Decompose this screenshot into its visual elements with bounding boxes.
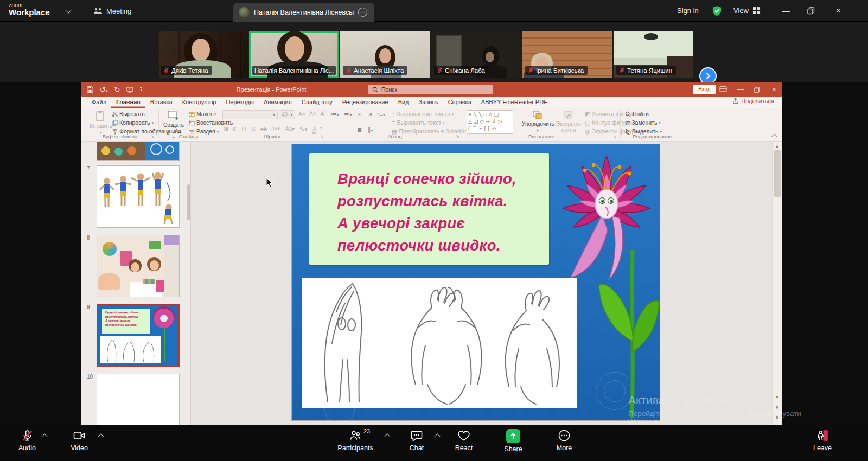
replace-button[interactable]: ⇄ Заменить▾ <box>625 119 661 127</box>
strikethrough-button[interactable]: ab <box>260 126 267 132</box>
font-color-button[interactable]: А <box>312 126 316 134</box>
decrease-indent-button[interactable]: ⇤ <box>358 111 363 118</box>
slide-thumb-8[interactable] <box>97 235 180 297</box>
tab-review[interactable]: Рецензирование <box>337 97 393 108</box>
bold-button[interactable]: Ж <box>224 126 229 132</box>
leave-button[interactable]: Leave <box>807 429 838 452</box>
participant-video-6[interactable]: Тетяна Яцишин <box>614 31 693 78</box>
participant-video-3[interactable]: Анастасія Шліхта <box>340 31 430 78</box>
shapes-gallery[interactable]: A╲╲□○▢ △◿◇⇨⇩▷ (⌒~{}☆ ▲▼▼ <box>467 110 513 134</box>
clipboard-dialog-launcher[interactable]: ↘ <box>151 134 155 139</box>
view-button[interactable]: View <box>733 7 761 15</box>
qat-customize-icon[interactable]: ▾ <box>140 87 142 92</box>
hands-line-art-image[interactable] <box>302 278 577 408</box>
increase-indent-button[interactable]: ⇥ <box>367 111 372 118</box>
chat-options-chevron[interactable] <box>434 433 440 439</box>
cut-button[interactable]: Вырезать <box>112 110 145 118</box>
participants-button[interactable]: 23 Participants <box>332 429 379 452</box>
video-button[interactable]: Video <box>64 429 94 452</box>
poem-text-box[interactable]: Вранці сонечко зійшло, розпустилась квіт… <box>309 153 549 265</box>
paste-button[interactable]: Вставить▾ <box>88 110 114 136</box>
slide-thumb-10[interactable] <box>97 374 180 425</box>
search-input[interactable] <box>381 86 479 93</box>
grow-font-icon[interactable]: A˄ <box>298 111 306 117</box>
slide-thumb-9-selected[interactable]: Вранці сонечко зійшло, розпустилась квіт… <box>97 304 180 367</box>
window-restore-button[interactable] <box>807 7 815 15</box>
ppt-restore-button[interactable] <box>754 87 760 93</box>
bullets-button[interactable]: ≔▾ <box>331 111 339 118</box>
change-case-button[interactable]: Aa▾ <box>285 126 295 132</box>
scroll-up-icon[interactable]: ▲ <box>773 142 782 149</box>
numbering-button[interactable]: ≕▾ <box>344 111 352 118</box>
align-right-button[interactable]: ≡ <box>348 126 352 133</box>
font-size-combo[interactable]: 40▾ <box>279 110 295 119</box>
tab-view[interactable]: Вид <box>393 97 414 108</box>
align-text-button[interactable]: ≡Выровнять текст▾ <box>392 119 445 127</box>
copy-button[interactable]: Копировать▾ <box>112 119 154 127</box>
previous-slide-button[interactable]: ⇞ <box>773 405 782 411</box>
tab-record[interactable]: Запись <box>414 97 443 108</box>
line-spacing-button[interactable]: ↕≡▾ <box>376 111 385 117</box>
redo-icon[interactable]: ↻ <box>114 86 120 94</box>
text-direction-button[interactable]: ↕Направление текста▾ <box>392 110 454 118</box>
shrink-font-icon[interactable]: A˅ <box>309 111 316 117</box>
font-name-combo[interactable]: ▾ <box>222 110 278 119</box>
tab-file[interactable]: Файл <box>87 97 111 108</box>
drawing-dialog-launcher[interactable]: ↘ <box>613 134 617 139</box>
slide-thumb-7[interactable] <box>97 165 180 228</box>
security-shield-icon[interactable] <box>712 5 722 16</box>
audio-button[interactable]: Audio <box>12 429 42 452</box>
next-slide-button[interactable]: ⇟ <box>773 414 782 420</box>
tab-transitions[interactable]: Переходы <box>221 97 259 108</box>
react-button[interactable]: React <box>449 429 479 452</box>
tab-home[interactable]: Главная <box>111 97 145 108</box>
canvas-vertical-scrollbar[interactable]: ▲ ▼ ⇞ ⇟ <box>772 142 782 425</box>
paragraph-dialog-launcher[interactable]: ↘ <box>456 134 459 139</box>
workspace-chevron-down-icon[interactable] <box>65 7 71 13</box>
participant-video-5[interactable]: Ірина Битківська <box>522 31 612 78</box>
collapse-ribbon-icon[interactable] <box>771 133 777 139</box>
font-dialog-launcher[interactable]: ↘ <box>320 134 324 139</box>
slide-thumb-6[interactable] <box>97 142 180 161</box>
underline-button[interactable]: Ч <box>242 126 246 132</box>
search-box[interactable] <box>368 85 493 94</box>
align-left-button[interactable]: ≡ <box>331 126 334 133</box>
tab-active-meeting[interactable]: Наталія Валентинівна Лісневсы ⋯ <box>233 3 374 22</box>
character-spacing-button[interactable]: AV▾ <box>271 126 280 131</box>
window-close-button[interactable]: × <box>829 0 847 22</box>
current-slide[interactable]: Вранці сонечко зійшло, розпустилась квіт… <box>292 144 660 420</box>
tab-animations[interactable]: Анимация <box>259 97 297 108</box>
share-screen-button[interactable]: Share <box>498 429 528 453</box>
tab-design[interactable]: Конструктор <box>177 97 221 108</box>
quick-styles-button[interactable]: Экспресс-стили <box>554 110 583 133</box>
undo-icon[interactable]: ↺▾ <box>100 86 107 94</box>
highlight-color-button[interactable]: ✎▾ <box>299 126 308 133</box>
ppt-close-button[interactable]: × <box>766 82 782 97</box>
tab-slideshow[interactable]: Слайд-шоу <box>297 97 337 108</box>
office-login-button[interactable]: Вход <box>693 85 716 94</box>
arrange-button[interactable]: Упорядочить▾ <box>522 110 553 133</box>
ppt-minimize-button[interactable]: — <box>732 82 749 97</box>
participant-video-4[interactable]: Сніжана Лаба <box>431 31 521 78</box>
columns-button[interactable]: ∥▾ <box>368 126 373 133</box>
italic-button[interactable]: К <box>233 126 236 132</box>
ribbon-display-options-icon[interactable] <box>719 86 727 92</box>
save-icon[interactable] <box>87 86 93 93</box>
tab-options-icon[interactable]: ⋯ <box>358 8 367 17</box>
find-button[interactable]: Найти <box>625 110 649 118</box>
video-options-chevron[interactable] <box>98 433 104 439</box>
layout-button[interactable]: Макет▾ <box>189 110 216 118</box>
scroll-down-icon[interactable]: ▼ <box>773 395 782 400</box>
start-slideshow-icon[interactable] <box>126 87 133 93</box>
ppt-share-button[interactable]: Поделиться <box>732 98 774 104</box>
participant-video-2-active-speaker[interactable]: Наталія Валентинівна Ліс... <box>249 31 339 78</box>
more-button[interactable]: More <box>549 429 579 452</box>
align-center-button[interactable]: ≡ <box>340 126 343 133</box>
panel-scrollbar[interactable] <box>187 184 190 220</box>
chat-button[interactable]: Chat <box>401 429 432 452</box>
participants-options-chevron[interactable] <box>384 433 390 439</box>
tab-insert[interactable]: Вставка <box>145 97 177 108</box>
scrollbar-thumb[interactable] <box>774 150 781 197</box>
tab-meeting[interactable]: Meeting <box>93 0 131 22</box>
clear-formatting-icon[interactable]: A̸ <box>320 111 324 117</box>
